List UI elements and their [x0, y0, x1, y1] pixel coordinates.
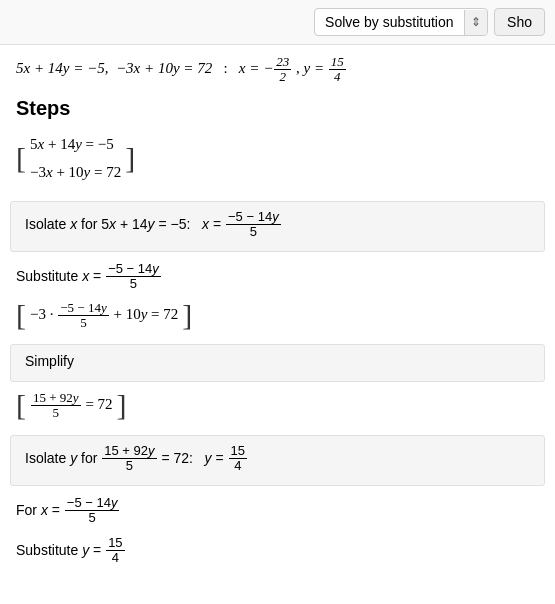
- matrix1: [ 5x + 14y = −5 −3x + 10y = 72 ]: [16, 128, 539, 189]
- matrix3-content: 15 + 92y5 = 72: [26, 388, 117, 422]
- bracket-left2-icon: [: [16, 298, 26, 332]
- step4-label: Isolate y for 15 + 92y5 = 72: y = 154: [25, 444, 530, 474]
- bracket-right2-icon: ]: [182, 298, 192, 332]
- bracket-right3-icon: ]: [117, 388, 127, 422]
- step6-label: Substitute y = 154: [0, 532, 555, 570]
- matrix2-row1: −3 · −5 − 14y5 + 10y = 72: [30, 300, 178, 330]
- matrix2-container: [ −3 · −5 − 14y5 + 10y = 72 ]: [0, 298, 555, 338]
- step3-label: Simplify: [25, 353, 530, 369]
- select-arrow-icon: ⇕: [464, 10, 487, 35]
- matrix3: [ 15 + 92y5 = 72 ]: [16, 388, 539, 422]
- steps-title: Steps: [0, 91, 555, 128]
- step4-block: Isolate y for 15 + 92y5 = 72: y = 154: [10, 435, 545, 487]
- matrix3-container: [ 15 + 92y5 = 72 ]: [0, 388, 555, 428]
- matrix1-row2: −3x + 10y = 72: [30, 158, 121, 187]
- matrix2: [ −3 · −5 − 14y5 + 10y = 72 ]: [16, 298, 539, 332]
- step2-label: Substitute x = −5 − 14y5: [0, 258, 555, 296]
- step3-block: Simplify: [10, 344, 545, 382]
- step1-label: Isolate x for 5x + 14y = −5: x = −5 − 14…: [25, 210, 530, 240]
- show-button[interactable]: Sho: [494, 8, 545, 36]
- top-bar: Solve by substitution Solve by eliminati…: [0, 0, 555, 45]
- matrix1-row1: 5x + 14y = −5: [30, 130, 121, 159]
- bracket-left-icon: [: [16, 128, 26, 189]
- matrix1-content: 5x + 14y = −5 −3x + 10y = 72: [26, 128, 125, 189]
- bracket-left3-icon: [: [16, 388, 26, 422]
- result-x: x = −232: [239, 60, 296, 76]
- method-select-wrapper[interactable]: Solve by substitution Solve by eliminati…: [314, 8, 488, 36]
- result-line: 5x + 14y = −5, −3x + 10y = 72 : x = −232…: [0, 45, 555, 91]
- matrix1-container: [ 5x + 14y = −5 −3x + 10y = 72 ]: [0, 128, 555, 195]
- matrix2-content: −3 · −5 − 14y5 + 10y = 72: [26, 298, 182, 332]
- step5-label: For x = −5 − 14y5: [0, 492, 555, 530]
- bracket-right-icon: ]: [125, 128, 135, 189]
- result-equations: 5x + 14y = −5, −3x + 10y = 72: [16, 60, 216, 76]
- matrix3-row1: 15 + 92y5 = 72: [30, 390, 113, 420]
- method-select[interactable]: Solve by substitution Solve by eliminati…: [315, 9, 464, 35]
- step1-block: Isolate x for 5x + 14y = −5: x = −5 − 14…: [10, 201, 545, 253]
- result-y: y = 154: [304, 60, 347, 76]
